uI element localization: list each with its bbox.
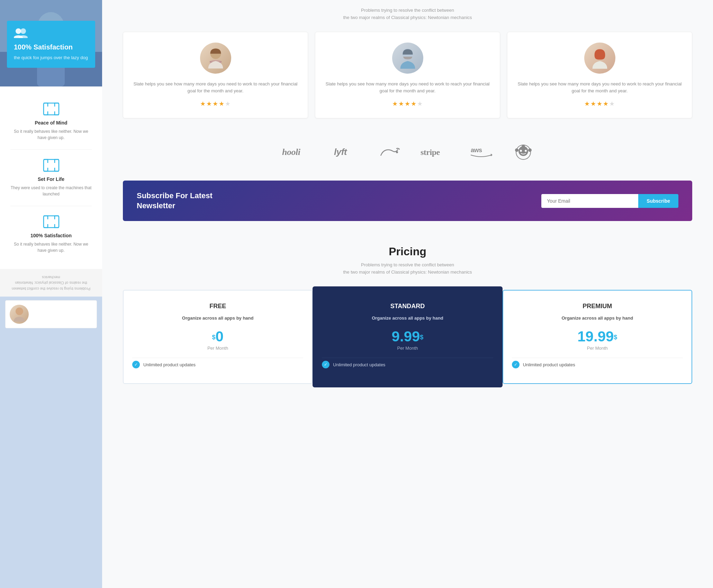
newsletter-subscribe-button[interactable]: Subscribe xyxy=(638,194,678,208)
newsletter-form[interactable]: Subscribe xyxy=(541,194,678,208)
pricing-cards: FREE Organize across all apps by hand $0… xyxy=(123,290,692,387)
svg-text:hooli: hooli xyxy=(282,147,301,157)
intro-line2: the two major realms of Classical physic… xyxy=(123,14,692,21)
plan-name-free: FREE xyxy=(132,303,303,310)
plan-desc-premium: Organize across all apps by hand xyxy=(512,315,683,321)
sidebar: 100% Satisfaction the quick fox jumps ov… xyxy=(0,0,102,588)
svg-point-11 xyxy=(16,307,23,315)
price-amount-free: 0 xyxy=(215,328,223,344)
stars-1: ★★★★★ xyxy=(130,100,301,108)
feature-label-free-1: Unlimited product updates xyxy=(143,362,196,367)
logos-section: hooli lyft stripe aws xyxy=(102,132,713,181)
newsletter-email-input[interactable] xyxy=(541,194,638,208)
stars-3: ★★★★★ xyxy=(514,100,685,108)
svg-point-25 xyxy=(525,150,527,152)
pricing-card-premium: PREMIUM Organize across all apps by hand… xyxy=(503,290,692,384)
price-period-standard: Per Month xyxy=(322,346,493,351)
feature-desc-peace: So it really behaves like neither. Now w… xyxy=(10,128,92,141)
plan-desc-free: Organize across all apps by hand xyxy=(132,315,303,321)
svg-point-17 xyxy=(396,151,398,153)
life-icon xyxy=(43,158,60,172)
price-standard: 9.99$ Per Month xyxy=(322,328,493,351)
price-sup-standard: $ xyxy=(420,334,423,341)
svg-rect-10 xyxy=(44,216,59,228)
svg-point-24 xyxy=(520,150,522,152)
logo-lyft: lyft xyxy=(334,146,358,160)
logo-stripe: stripe xyxy=(421,146,448,160)
feature-premium-1: ✓ Unlimited product updates xyxy=(512,358,683,371)
testimonial-card-2: Slate helps you see how many more days y… xyxy=(315,32,500,119)
price-period-premium: Per Month xyxy=(512,346,683,351)
check-icon-premium-1: ✓ xyxy=(512,361,520,368)
intro-line1: Problems trying to resolve the conflict … xyxy=(123,7,692,14)
pricing-card-free: FREE Organize across all apps by hand $0… xyxy=(123,290,313,384)
price-free: $0 Per Month xyxy=(132,328,303,351)
svg-point-27 xyxy=(515,148,518,152)
feature-standard-1: ✓ Unlimited product updates xyxy=(322,358,493,371)
plan-name-standard: STANDARD xyxy=(322,303,493,310)
feature-title-peace: Peace of Mind xyxy=(35,120,67,126)
svg-point-4 xyxy=(16,28,21,34)
feature-title-satisfaction: 100% Satisfaction xyxy=(30,233,72,238)
sidebar-avatar xyxy=(10,305,29,324)
sidebar-testimonial-preview xyxy=(5,300,97,328)
feature-free-1: ✓ Unlimited product updates xyxy=(132,358,303,371)
avatar-2 xyxy=(392,43,423,74)
pricing-section: Pricing Problems trying to resolve the c… xyxy=(102,238,713,401)
price-premium: 19.99$ Per Month xyxy=(512,328,683,351)
pricing-subtitle-line2: the two major realms of Classical physic… xyxy=(343,269,472,275)
testimonial-card-1: Slate helps you see how many more days y… xyxy=(123,32,308,119)
svg-text:aws: aws xyxy=(471,147,482,154)
testimonial-text-1: Slate helps you see how many more days y… xyxy=(130,81,301,95)
check-icon-free-1: ✓ xyxy=(132,361,140,368)
price-amount-standard: 9.99 xyxy=(392,328,420,344)
price-amount-premium: 19.99 xyxy=(577,328,614,344)
logo-reddit xyxy=(514,143,533,163)
rotated-text: Problems trying to resolve the conflict … xyxy=(9,274,93,292)
hero-title: 100% Satisfaction xyxy=(14,43,88,51)
svg-point-5 xyxy=(20,28,26,34)
svg-point-26 xyxy=(522,145,525,148)
price-period-free: Per Month xyxy=(132,346,303,351)
feature-item-satisfaction: 100% Satisfaction So it really behaves l… xyxy=(10,206,92,262)
avatar-3 xyxy=(584,43,615,74)
logo-pied-piper xyxy=(379,146,400,160)
avatar-1 xyxy=(200,43,231,74)
price-sup-premium: $ xyxy=(614,334,617,341)
feature-desc-life: They were used to create the machines th… xyxy=(10,185,92,197)
svg-text:lyft: lyft xyxy=(334,147,348,157)
check-icon-standard-1: ✓ xyxy=(322,361,330,368)
hero-text: the quick fox jumps over the lazy dog xyxy=(14,55,88,61)
testimonial-text-2: Slate helps you see how many more days y… xyxy=(322,81,493,95)
sidebar-features: Peace of Mind So it really behaves like … xyxy=(0,86,102,269)
pricing-card-standard: STANDARD Organize across all apps by han… xyxy=(313,286,502,387)
pricing-subtitle-line1: Problems trying to resolve the conflict … xyxy=(361,262,454,267)
price-sup-free: $ xyxy=(212,334,215,341)
feature-item-life: Set For Life They were used to create th… xyxy=(10,150,92,206)
testimonial-text-3: Slate helps you see how many more days y… xyxy=(514,81,685,95)
stars-2: ★★★★★ xyxy=(322,100,493,108)
plan-desc-standard: Organize across all apps by hand xyxy=(322,315,493,321)
testimonial-card-3: Slate helps you see how many more days y… xyxy=(507,32,692,119)
svg-text:stripe: stripe xyxy=(421,148,440,157)
satisfaction-icon xyxy=(43,215,60,229)
feature-label-premium-1: Unlimited product updates xyxy=(523,362,575,367)
feature-item-peace: Peace of Mind So it really behaves like … xyxy=(10,93,92,150)
newsletter-section: Subscribe For LatestNewsletter Subscribe xyxy=(123,181,692,221)
testimonials-section: Slate helps you see how many more days y… xyxy=(102,32,713,132)
pricing-title: Pricing xyxy=(123,245,692,258)
peace-icon xyxy=(43,102,60,116)
svg-rect-8 xyxy=(44,103,59,115)
newsletter-title: Subscribe For LatestNewsletter xyxy=(137,191,213,211)
svg-marker-20 xyxy=(491,154,493,156)
sidebar-hero: 100% Satisfaction the quick fox jumps ov… xyxy=(0,0,102,86)
logo-hooli: hooli xyxy=(282,146,313,160)
feature-label-standard-1: Unlimited product updates xyxy=(333,362,385,367)
svg-point-28 xyxy=(528,148,532,152)
hero-icon xyxy=(14,28,88,40)
logo-aws: aws xyxy=(469,145,493,161)
hero-card: 100% Satisfaction the quick fox jumps ov… xyxy=(7,21,95,68)
feature-desc-satisfaction: So it really behaves like neither. Now w… xyxy=(10,241,92,254)
pricing-subtitle: Problems trying to resolve the conflict … xyxy=(123,261,692,276)
rotated-text-block: Problems trying to resolve the conflict … xyxy=(0,269,102,297)
